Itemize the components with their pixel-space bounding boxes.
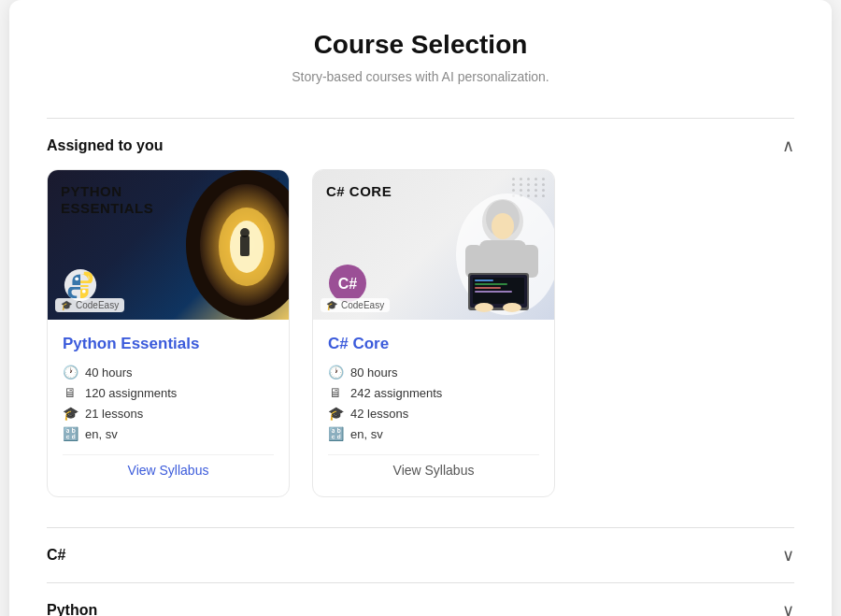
- lessons-icon-csharp: 🎓: [328, 406, 343, 421]
- python-card-bg: PYTHONESSENTIALS: [48, 170, 289, 320]
- svg-rect-15: [521, 245, 538, 278]
- python-languages-item: 🔡 en, sv: [63, 426, 274, 441]
- svg-point-7: [75, 277, 78, 280]
- section-assigned-chevron: ∧: [782, 136, 794, 156]
- csharp-languages: en, sv: [350, 427, 383, 441]
- python-lessons-item: 🎓 21 lessons: [63, 406, 274, 421]
- svg-point-8: [82, 290, 86, 294]
- csharp-languages-item: 🔡 en, sv: [328, 426, 539, 441]
- python-card-body: Python Essentials 🕐 40 hours 🖥 120 assig…: [48, 320, 289, 496]
- svg-rect-19: [475, 279, 493, 281]
- view-syllabus-csharp[interactable]: View Syllabus: [328, 454, 539, 485]
- course-card-python: PYTHONESSENTIALS: [47, 169, 290, 497]
- section-csharp-chevron: ∨: [782, 545, 794, 566]
- csharp-card-bg: C# CORE: [313, 170, 554, 320]
- csharp-card-body: C# Core 🕐 80 hours 🖥 242 assignments 🎓: [313, 320, 554, 496]
- svg-point-5: [240, 228, 249, 237]
- codeeasy-icon-python: 🎓: [61, 300, 72, 310]
- codeeasy-badge-csharp: 🎓 CodeEasy: [321, 298, 390, 312]
- svg-rect-14: [465, 245, 482, 278]
- languages-icon-csharp: 🔡: [328, 426, 343, 441]
- csharp-card-title: C# CORE: [326, 183, 392, 199]
- page-subtitle: Story-based courses with AI personalizat…: [47, 69, 794, 84]
- course-image-python: PYTHONESSENTIALS: [48, 170, 289, 320]
- page-title: Course Selection: [47, 30, 794, 60]
- section-assigned-header[interactable]: Assigned to you ∧: [47, 119, 794, 169]
- csharp-assignments-item: 🖥 242 assignments: [328, 385, 539, 400]
- section-python-chevron: ∨: [782, 600, 794, 616]
- svg-text:C#: C#: [338, 276, 358, 292]
- section-assigned: Assigned to you ∧ PYTHONESSENTIALS: [47, 118, 794, 523]
- svg-rect-20: [475, 283, 507, 285]
- section-csharp: C# ∨: [47, 527, 794, 579]
- section-python-header[interactable]: Python ∨: [47, 583, 794, 616]
- codeeasy-label-python: CodeEasy: [76, 300, 119, 310]
- section-python: Python ∨: [47, 582, 794, 616]
- section-csharp-header[interactable]: C# ∨: [47, 528, 794, 579]
- csharp-lessons: 42 lessons: [350, 407, 408, 421]
- codeeasy-label-csharp: CodeEasy: [341, 300, 384, 310]
- svg-point-24: [503, 303, 521, 312]
- lessons-icon-python: 🎓: [63, 406, 78, 421]
- python-arch-svg: [177, 170, 289, 320]
- svg-point-23: [475, 303, 493, 312]
- svg-rect-4: [240, 236, 249, 256]
- assignments-icon-python: 🖥: [63, 385, 78, 400]
- csharp-hours-item: 🕐 80 hours: [328, 365, 539, 380]
- csharp-course-meta: 🕐 80 hours 🖥 242 assignments 🎓 42 lesson…: [328, 365, 539, 441]
- section-assigned-title: Assigned to you: [47, 137, 163, 154]
- svg-rect-22: [475, 291, 512, 293]
- python-hours-item: 🕐 40 hours: [63, 365, 274, 380]
- python-course-meta: 🕐 40 hours 🖥 120 assignments 🎓 21 lesson…: [63, 365, 274, 441]
- codeeasy-icon-csharp: 🎓: [326, 300, 337, 310]
- assignments-icon-csharp: 🖥: [328, 385, 343, 400]
- python-course-name: Python Essentials: [63, 335, 274, 353]
- csharp-hours: 80 hours: [350, 365, 398, 380]
- svg-point-12: [492, 213, 514, 239]
- courses-grid: PYTHONESSENTIALS: [47, 169, 794, 523]
- csharp-person-svg: [414, 170, 554, 320]
- python-lessons: 21 lessons: [85, 407, 143, 421]
- main-window: Course Selection Story-based courses wit…: [9, 0, 832, 616]
- csharp-logo-svg: C#: [328, 264, 367, 303]
- csharp-course-name: C# Core: [328, 335, 539, 353]
- python-hours: 40 hours: [85, 365, 133, 380]
- svg-rect-21: [475, 287, 501, 289]
- python-assignments-item: 🖥 120 assignments: [63, 385, 274, 400]
- languages-icon-python: 🔡: [63, 426, 78, 441]
- course-image-csharp: C# CORE: [313, 170, 554, 320]
- view-syllabus-python[interactable]: View Syllabus: [63, 454, 274, 485]
- section-csharp-title: C#: [47, 547, 65, 564]
- clock-icon-python: 🕐: [63, 365, 78, 380]
- csharp-assignments: 242 assignments: [350, 386, 442, 400]
- section-python-title: Python: [47, 602, 97, 616]
- codeeasy-badge-python: 🎓 CodeEasy: [55, 298, 124, 312]
- course-card-csharp: C# CORE: [312, 169, 555, 497]
- python-card-title: PYTHONESSENTIALS: [61, 183, 153, 217]
- python-assignments: 120 assignments: [85, 386, 177, 400]
- python-languages: en, sv: [85, 427, 118, 441]
- clock-icon-csharp: 🕐: [328, 365, 343, 380]
- csharp-lessons-item: 🎓 42 lessons: [328, 406, 539, 421]
